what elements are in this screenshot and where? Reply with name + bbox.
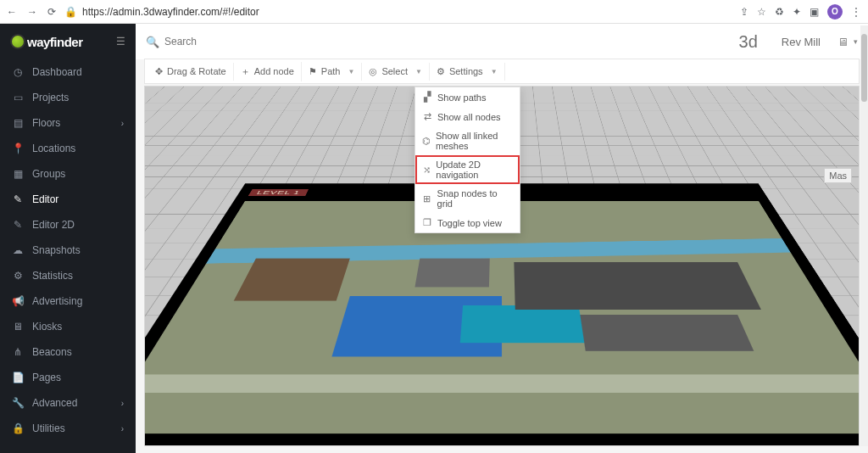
sidebar-item-advertising[interactable]: 📢Advertising: [0, 288, 136, 314]
menu-update-2d-navigation[interactable]: ⤭Update 2D navigation: [415, 155, 520, 184]
signal-icon: ⋔: [12, 346, 24, 358]
recycle-icon[interactable]: ♻: [775, 6, 784, 18]
circle-icon: ◎: [369, 66, 377, 77]
url-text: https://admin.3dwayfinder.com/#!/editor: [82, 6, 259, 18]
search-input[interactable]: [164, 36, 317, 48]
sidebar-item-kiosks[interactable]: 🖥Kiosks: [0, 314, 136, 339]
brand-name: wayfinder: [27, 35, 83, 49]
menu-show-paths[interactable]: ▞Show paths: [415, 87, 520, 107]
grid-icon: ▦: [12, 168, 24, 180]
profile-avatar[interactable]: O: [827, 4, 843, 20]
chevron-down-icon[interactable]: ▾: [854, 37, 858, 46]
chevron-right-icon: ›: [121, 424, 124, 433]
gear-icon: ⚙: [12, 270, 24, 282]
menu-dots-icon[interactable]: ⋮: [851, 6, 861, 18]
sidebar-item-dashboard[interactable]: ◷Dashboard: [0, 59, 136, 85]
lock-icon: 🔒: [12, 422, 24, 434]
brand-logo-icon: [10, 34, 25, 49]
tool-drag-rotate[interactable]: ✥Drag & Rotate: [148, 63, 234, 81]
forward-icon[interactable]: →: [27, 6, 37, 18]
tool-settings[interactable]: ⚙Settings▼: [430, 63, 505, 81]
chevron-down-icon: ▼: [348, 68, 354, 76]
share-icon[interactable]: ⇪: [740, 6, 748, 18]
sidebar-item-snapshots[interactable]: ☁Snapshots: [0, 238, 136, 263]
menu-show-all-nodes[interactable]: ⇄Show all nodes: [415, 107, 520, 126]
menu-toggle-icon[interactable]: ☰: [116, 36, 125, 48]
gauge-icon: ◷: [12, 66, 24, 78]
url-bar[interactable]: 🔒 https://admin.3dwayfinder.com/#!/edito…: [64, 6, 732, 18]
pencil-icon: ✎: [12, 193, 24, 205]
nodes-icon: ⇄: [422, 111, 432, 122]
reload-icon[interactable]: ⟳: [47, 6, 56, 18]
sidebar-item-beacons[interactable]: ⋔Beacons: [0, 339, 136, 365]
toolbar: ✥Drag & Rotate ＋Add node ⚑Path▼ ◎Select▼…: [144, 59, 860, 84]
menu-snap-to-grid[interactable]: ⊞Snap nodes to grid: [415, 184, 520, 213]
brand[interactable]: wayfinder: [10, 34, 83, 49]
sidebar-item-groups[interactable]: ▦Groups: [0, 161, 136, 187]
menu-toggle-top-view[interactable]: ❐Toggle top view: [415, 213, 520, 232]
mode-label: 3d: [739, 32, 758, 52]
sidebar-item-utilities[interactable]: 🔒Utilities›: [0, 416, 136, 441]
level-tag: LEVEL 1: [248, 189, 309, 196]
back-icon[interactable]: ←: [7, 6, 17, 18]
sidebar-item-pages[interactable]: 📄Pages: [0, 365, 136, 390]
road-icon: ▞: [422, 92, 432, 103]
chevron-down-icon: ▼: [415, 68, 422, 76]
sidebar-item-editor2d[interactable]: ✎Editor 2D: [0, 212, 136, 238]
tool-add-node[interactable]: ＋Add node: [234, 62, 302, 81]
flag-icon: ⚑: [309, 66, 317, 77]
gear-icon: ⚙: [437, 66, 445, 77]
pencil-icon: ✎: [12, 219, 24, 231]
main: 🔍 3d Rev Mill 🖥 ▾ ✥Drag & Rotate ＋Add no…: [136, 24, 868, 453]
corner-tag: Mas: [824, 168, 852, 183]
sidebar-item-floors[interactable]: ▤Floors›: [0, 110, 136, 136]
move-icon: ✥: [155, 66, 163, 77]
cloud-icon: ☁: [12, 244, 24, 256]
file-icon: 📄: [12, 372, 24, 383]
layers-icon: ▤: [12, 117, 24, 129]
sidebar-item-projects[interactable]: ▭Projects: [0, 85, 136, 110]
sidebar: wayfinder ☰ ◷Dashboard ▭Projects ▤Floors…: [0, 24, 136, 453]
pin-icon: 📍: [12, 143, 24, 154]
tool-path[interactable]: ⚑Path▼: [302, 63, 363, 81]
window-icon[interactable]: ▣: [810, 6, 819, 18]
menu-show-linked-meshes[interactable]: ⌬Show all linked meshes: [415, 126, 520, 155]
sidebar-item-advanced[interactable]: 🔧Advanced›: [0, 390, 136, 416]
extensions-icon[interactable]: ✦: [793, 6, 801, 18]
link-icon: ⌬: [422, 136, 431, 147]
sidebar-item-locations[interactable]: 📍Locations: [0, 136, 136, 161]
chevron-down-icon: ▼: [491, 68, 498, 76]
sidebar-header: wayfinder ☰: [0, 24, 136, 59]
tool-select[interactable]: ◎Select▼: [362, 63, 430, 81]
settings-menu: ▞Show paths ⇄Show all nodes ⌬Show all li…: [415, 87, 520, 233]
chevron-right-icon: ›: [121, 119, 124, 128]
search-icon: 🔍: [146, 36, 159, 48]
sidebar-nav: ◷Dashboard ▭Projects ▤Floors› 📍Locations…: [0, 59, 136, 453]
briefcase-icon: ▭: [12, 92, 24, 103]
copy-icon: ❐: [422, 217, 432, 228]
wrench-icon: 🔧: [12, 397, 24, 409]
sidebar-item-statistics[interactable]: ⚙Statistics: [0, 263, 136, 288]
map-road: [144, 374, 860, 392]
plus-icon: ＋: [241, 65, 250, 78]
snap-icon: ⊞: [422, 193, 432, 204]
scrollbar-vertical[interactable]: [860, 25, 868, 446]
lock-icon: 🔒: [64, 6, 77, 18]
shuffle-icon: ⤭: [422, 165, 431, 176]
sidebar-item-editor[interactable]: ✎Editor: [0, 187, 136, 212]
search[interactable]: 🔍: [146, 36, 732, 48]
browser-bar: ← → ⟳ 🔒 https://admin.3dwayfinder.com/#!…: [0, 0, 868, 24]
topbar: 🔍 3d Rev Mill 🖥 ▾: [136, 24, 868, 59]
monitor-icon[interactable]: 🖥: [837, 36, 849, 48]
map-building: [514, 262, 761, 310]
project-name: Rev Mill: [782, 36, 821, 48]
monitor-icon: 🖥: [12, 321, 24, 333]
star-icon[interactable]: ☆: [757, 6, 766, 18]
megaphone-icon: 📢: [12, 295, 24, 307]
chevron-right-icon: ›: [121, 399, 124, 408]
viewport[interactable]: LEVEL 1: [144, 86, 860, 446]
